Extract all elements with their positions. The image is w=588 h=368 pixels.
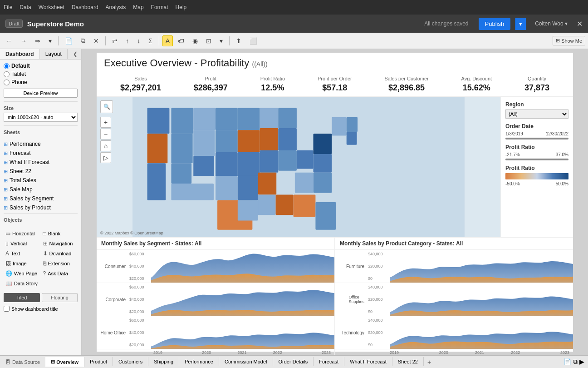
duplicate-sheet-icon[interactable]: ⧉ — [573, 358, 578, 366]
map-container[interactable]: 🔍 + − ⌂ ▷ — [97, 97, 500, 237]
map-search-button[interactable]: 🔍 — [100, 100, 113, 113]
present-mode-icon[interactable]: ▶ — [579, 358, 584, 366]
toolbar-label[interactable]: 🏷 — [175, 35, 187, 46]
products-x-axis: 2019 2020 2021 2022 2023 — [335, 349, 573, 355]
technology-chart-row: Technology $40,000$20,000$0 — [335, 316, 573, 349]
device-section: Default Tablet Phone Device Preview — [0, 60, 81, 100]
toolbar-swap[interactable]: ⇄ — [109, 35, 121, 46]
toolbar-fit-dropdown[interactable]: ▾ — [216, 35, 226, 46]
toolbar-sep3 — [159, 36, 159, 45]
object-item[interactable]: ▯Vertical — [4, 239, 40, 248]
officesupplies-chart-row: OfficeSupplies $40,000$20,000$0 — [335, 283, 573, 316]
date-slider[interactable] — [505, 138, 568, 139]
toolbar-redo[interactable]: → — [17, 35, 30, 46]
object-item[interactable]: ⊞Navigation — [41, 239, 78, 248]
object-item[interactable]: □Blank — [41, 229, 78, 238]
tab-forecast[interactable]: Forecast — [314, 357, 344, 366]
object-item[interactable]: 🖼Image — [4, 259, 40, 268]
toolbar-clear[interactable]: ✕ — [90, 35, 102, 46]
show-title-checkbox[interactable] — [4, 306, 10, 312]
toolbar-forward[interactable]: ⇒ — [32, 35, 44, 46]
publish-button[interactable]: Publish — [479, 18, 511, 30]
tiled-button[interactable]: Tiled — [4, 293, 40, 302]
sheet-item[interactable]: ⊞Sheet 22 — [0, 167, 81, 176]
device-default[interactable]: Default — [4, 62, 78, 70]
toolbar-new-sheet[interactable]: 📄 — [62, 35, 76, 46]
state-wy — [193, 130, 215, 156]
metric: Profit Ratio12.5% — [260, 76, 285, 93]
object-item[interactable]: ▭Horizontal — [4, 229, 40, 238]
zoom-in-button[interactable]: + — [100, 117, 111, 128]
metric-value: $57.18 — [318, 83, 352, 93]
datasource-tab[interactable]: 🗄 Data Source — [0, 358, 45, 367]
tab-layout[interactable]: Layout — [40, 49, 68, 59]
tab-dashboard[interactable]: Dashboard — [0, 49, 40, 59]
close-button[interactable]: ✕ — [577, 20, 583, 28]
size-select[interactable]: min 1000x620 - auto — [4, 113, 78, 122]
navigate-button[interactable]: ▷ — [100, 152, 111, 163]
object-item[interactable]: 📖Data Story — [4, 279, 40, 288]
charts-section: Monthly Sales by Segment - States: All C… — [97, 238, 573, 355]
object-item[interactable]: ?Ask Data — [41, 269, 78, 278]
toolbar-fit[interactable]: ⊡ — [203, 35, 215, 46]
floating-button[interactable]: Floating — [42, 293, 78, 302]
panel-collapse[interactable]: ❮ — [69, 49, 81, 59]
home-button[interactable]: ⌂ — [100, 140, 111, 151]
user-name[interactable]: Colten Woo ▾ — [535, 20, 568, 27]
sheet-item[interactable]: ⊞Forecast — [0, 149, 81, 158]
tab-performance[interactable]: Performance — [179, 357, 219, 366]
device-tablet[interactable]: Tablet — [4, 70, 78, 78]
object-icon: A — [5, 250, 9, 257]
add-tab-button[interactable]: + — [424, 357, 435, 368]
toolbar-export[interactable]: ⬆ — [233, 35, 245, 46]
menu-help[interactable]: Help — [176, 4, 187, 10]
toolbar-undo[interactable]: ← — [3, 35, 15, 46]
tab-product[interactable]: Product — [84, 357, 113, 366]
menu-worksheet[interactable]: Worksheet — [39, 4, 64, 10]
toolbar-present[interactable]: ⬜ — [246, 35, 260, 46]
tab-commission-model[interactable]: Commission Model — [219, 357, 273, 366]
tab-sheet-22[interactable]: Sheet 22 — [392, 357, 424, 366]
object-item[interactable]: ⬇Download — [41, 249, 78, 258]
tab-shipping[interactable]: Shipping — [148, 357, 179, 366]
menu-map[interactable]: Map — [133, 4, 143, 10]
toolbar-highlight[interactable]: A — [162, 35, 173, 46]
device-phone[interactable]: Phone — [4, 79, 78, 86]
tab-order-details[interactable]: Order Details — [273, 357, 314, 366]
new-sheet-icon[interactable]: 📄 — [564, 358, 571, 366]
menu-data[interactable]: Data — [20, 4, 31, 10]
sheet-item[interactable]: ⊞Performance — [0, 139, 81, 149]
object-icon: 🌐 — [5, 270, 12, 277]
publish-dropdown-button[interactable]: ▾ — [515, 18, 526, 30]
tab-what-if-forecast[interactable]: What If Forecast — [344, 357, 392, 366]
tab-customers[interactable]: Customers — [113, 357, 148, 366]
toolbar-marks[interactable]: ◉ — [189, 35, 201, 46]
menu-file[interactable]: File — [4, 4, 12, 10]
toolbar-duplicate[interactable]: ⧉ — [78, 35, 88, 46]
tab-overview[interactable]: ⊞Overview — [45, 357, 84, 367]
device-preview-button[interactable]: Device Preview — [4, 89, 78, 98]
toolbar-aggregate[interactable]: Σ — [145, 35, 156, 46]
toolbar-sort-desc[interactable]: ↓ — [134, 35, 143, 46]
menu-format[interactable]: Format — [151, 4, 168, 10]
show-me-button[interactable]: ⊞ Show Me — [553, 36, 585, 45]
object-item[interactable]: AText — [4, 249, 40, 258]
zoom-out-button[interactable]: − — [100, 129, 111, 139]
sheet-item[interactable]: ⊞Total Sales — [0, 176, 81, 185]
sheet-item[interactable]: ⊞Sales by Segment — [0, 194, 81, 203]
state-ca — [147, 163, 166, 200]
toolbar-dropdown[interactable]: ▾ — [45, 35, 55, 46]
region-select[interactable]: (All) — [505, 109, 568, 119]
menu-dashboard[interactable]: Dashboard — [72, 4, 98, 10]
object-item[interactable]: 🌐Web Page — [4, 269, 40, 278]
toolbar-sort-asc[interactable]: ↑ — [122, 35, 132, 46]
sheet-item[interactable]: ⊞What If Forecast — [0, 158, 81, 167]
menu-analysis[interactable]: Analysis — [106, 4, 126, 10]
sheet-item[interactable]: ⊞Sales by Product — [0, 203, 81, 212]
state-wa — [147, 108, 170, 134]
sheet-item[interactable]: ⊞Sale Map — [0, 185, 81, 194]
object-item[interactable]: ⎘Extension — [41, 259, 78, 268]
canvas-area[interactable]: Executive Overview - Profitability ((All… — [82, 49, 588, 355]
profit-slider[interactable] — [505, 159, 568, 160]
show-me-icon: ⊞ — [556, 38, 560, 44]
